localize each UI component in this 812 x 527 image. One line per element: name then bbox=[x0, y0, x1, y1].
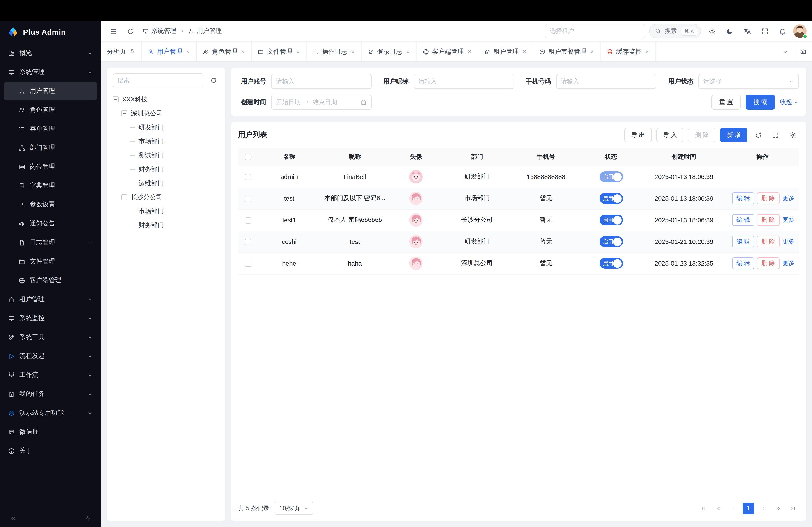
date-range-input[interactable]: 开始日期 结束日期 bbox=[271, 95, 372, 109]
delete-selected-button[interactable]: 删 除 bbox=[688, 128, 716, 142]
tab-close-icon[interactable] bbox=[644, 49, 650, 54]
tree-node[interactable]: 市场部门 bbox=[113, 204, 219, 218]
prev-page-button[interactable] bbox=[728, 502, 739, 514]
tree-search-input[interactable]: 搜索 bbox=[113, 74, 203, 88]
tree-node[interactable]: XXX科技 bbox=[113, 92, 219, 106]
sidebar-item-log[interactable]: 日志管理 bbox=[4, 234, 98, 252]
collapse-sidebar-button[interactable] bbox=[6, 512, 20, 525]
sidebar-item-workflow[interactable]: 工作流 bbox=[4, 366, 98, 384]
edit-button[interactable]: 编 辑 bbox=[732, 214, 754, 226]
add-user-button[interactable]: 新 增 bbox=[720, 128, 748, 142]
sidebar-item-user[interactable]: 用户管理 bbox=[4, 82, 98, 100]
sidebar-item-tenant[interactable]: 租户管理 bbox=[4, 290, 98, 308]
tab-close-icon[interactable] bbox=[467, 49, 472, 54]
more-actions-link[interactable]: 更多 bbox=[783, 216, 794, 223]
tab-file[interactable]: 文件管理 bbox=[252, 42, 307, 61]
pin-sidebar-button[interactable] bbox=[81, 512, 95, 525]
tab-close-icon[interactable] bbox=[590, 49, 595, 54]
fullscreen-button[interactable] bbox=[758, 24, 771, 38]
current-page[interactable]: 1 bbox=[742, 502, 754, 514]
export-button[interactable]: 导 出 bbox=[624, 128, 652, 142]
row-checkbox[interactable] bbox=[245, 217, 251, 224]
hamburger-menu-button[interactable] bbox=[106, 24, 120, 38]
collapse-filter-link[interactable]: 收起 bbox=[780, 98, 799, 106]
sidebar-item-role[interactable]: 角色管理 bbox=[4, 101, 98, 119]
table-refresh-button[interactable] bbox=[752, 129, 765, 141]
next-pages-button[interactable] bbox=[772, 502, 784, 514]
tree-expand-toggle[interactable] bbox=[121, 110, 127, 116]
tab-close-icon[interactable] bbox=[295, 49, 301, 54]
more-actions-link[interactable]: 更多 bbox=[783, 195, 794, 201]
status-toggle[interactable]: 启用 bbox=[599, 236, 623, 247]
global-search-button[interactable]: 搜索 ⌘ K bbox=[649, 24, 701, 38]
sidebar-item-post[interactable]: 岗位管理 bbox=[4, 158, 98, 176]
sidebar-item-systool[interactable]: 系统工具 bbox=[4, 328, 98, 346]
tab-tenant-package[interactable]: 租户套餐管理 bbox=[533, 42, 601, 61]
sidebar-item-menu[interactable]: 菜单管理 bbox=[4, 120, 98, 138]
tree-node[interactable]: 运维部门 bbox=[113, 176, 219, 190]
import-button[interactable]: 导 入 bbox=[656, 128, 684, 142]
more-actions-link[interactable]: 更多 bbox=[783, 259, 794, 266]
row-checkbox[interactable] bbox=[245, 196, 251, 202]
tab-analysis[interactable]: 分析页 bbox=[101, 42, 142, 61]
sidebar-item-overview[interactable]: 概览 bbox=[4, 44, 98, 62]
tree-node[interactable]: 长沙分公司 bbox=[113, 190, 219, 204]
breadcrumb-item-user[interactable]: 用户管理 bbox=[188, 27, 222, 35]
status-toggle[interactable]: 启用 bbox=[599, 171, 623, 182]
sidebar-item-mytask[interactable]: 我的任务 bbox=[4, 385, 98, 403]
tree-node[interactable]: 市场部门 bbox=[113, 134, 219, 148]
sidebar-item-flow[interactable]: 流程发起 bbox=[4, 347, 98, 365]
next-page-button[interactable] bbox=[757, 502, 769, 514]
sidebar-item-about[interactable]: 关于 bbox=[4, 442, 98, 460]
language-switch-button[interactable] bbox=[740, 24, 754, 38]
sidebar-item-system[interactable]: 系统管理 bbox=[4, 63, 98, 81]
tab-tenant[interactable]: 租户管理 bbox=[478, 42, 533, 61]
tenant-select-input[interactable]: 选择租户 bbox=[545, 24, 645, 38]
more-actions-link[interactable]: 更多 bbox=[783, 238, 794, 244]
tab-options-button[interactable] bbox=[776, 42, 794, 61]
select-all-checkbox[interactable] bbox=[245, 154, 251, 160]
content-screenshot-button[interactable] bbox=[794, 42, 812, 61]
status-toggle[interactable]: 启用 bbox=[599, 193, 623, 204]
column-settings-button[interactable] bbox=[786, 129, 799, 141]
delete-button[interactable]: 删 除 bbox=[757, 193, 779, 204]
tab-cache[interactable]: 缓存监控 bbox=[601, 42, 656, 61]
tree-refresh-button[interactable] bbox=[207, 75, 219, 86]
row-checkbox[interactable] bbox=[245, 260, 251, 267]
row-checkbox[interactable] bbox=[245, 239, 251, 245]
status-select[interactable]: 请选择 bbox=[698, 74, 799, 89]
sidebar-item-demo[interactable]: 演示站专用功能 bbox=[4, 404, 98, 422]
tree-node[interactable]: 测试部门 bbox=[113, 148, 219, 162]
status-toggle[interactable]: 启用 bbox=[599, 258, 623, 269]
settings-button[interactable] bbox=[705, 24, 719, 38]
sidebar-item-dict[interactable]: 字典管理 bbox=[4, 177, 98, 195]
tree-expand-toggle[interactable] bbox=[121, 194, 127, 200]
delete-button[interactable]: 删 除 bbox=[757, 214, 779, 226]
search-button[interactable]: 搜 索 bbox=[746, 95, 775, 109]
delete-button[interactable]: 删 除 bbox=[757, 257, 779, 269]
tree-node[interactable]: 财务部门 bbox=[113, 162, 219, 176]
sidebar-item-client[interactable]: 客户端管理 bbox=[4, 271, 98, 289]
edit-button[interactable]: 编 辑 bbox=[732, 236, 754, 247]
row-checkbox[interactable] bbox=[245, 174, 251, 180]
tab-user[interactable]: 用户管理 bbox=[142, 42, 197, 61]
status-toggle[interactable]: 启用 bbox=[599, 215, 623, 225]
last-page-button[interactable] bbox=[787, 502, 799, 514]
tree-node[interactable]: 研发部门 bbox=[113, 120, 219, 134]
nickname-input[interactable]: 请输入 bbox=[414, 74, 514, 89]
prev-pages-button[interactable] bbox=[713, 502, 724, 514]
sidebar-item-sysmonitor[interactable]: 系统监控 bbox=[4, 309, 98, 327]
tab-op-log[interactable]: 操作日志 bbox=[307, 42, 362, 61]
user-avatar[interactable] bbox=[793, 24, 807, 38]
edit-button[interactable]: 编 辑 bbox=[732, 257, 754, 269]
sidebar-item-wechat[interactable]: 微信群 bbox=[4, 423, 98, 441]
tab-close-icon[interactable] bbox=[185, 49, 190, 54]
breadcrumb-item-system[interactable]: 系统管理 bbox=[143, 27, 176, 35]
sidebar-item-notice[interactable]: 通知公告 bbox=[4, 215, 98, 232]
reset-button[interactable]: 重 置 bbox=[712, 95, 741, 109]
notifications-button[interactable] bbox=[775, 24, 789, 38]
tab-login-log[interactable]: 登录日志 bbox=[362, 42, 417, 61]
tab-close-icon[interactable] bbox=[406, 49, 410, 54]
delete-button[interactable]: 删 除 bbox=[757, 236, 779, 247]
app-logo[interactable]: Plus Admin bbox=[0, 21, 101, 42]
